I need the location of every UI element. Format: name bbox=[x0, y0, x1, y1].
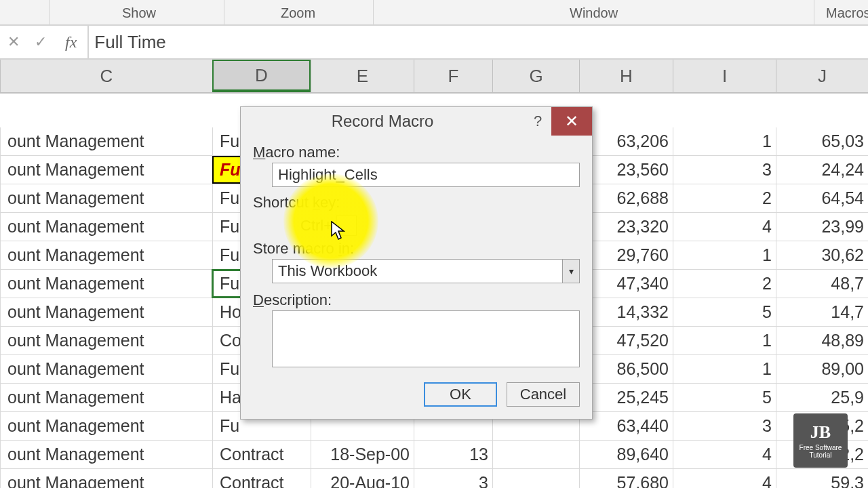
ribbon-label-macros: Macros bbox=[826, 5, 868, 21]
cell[interactable] bbox=[492, 469, 579, 488]
cell[interactable]: 3 bbox=[673, 156, 776, 184]
description-label: Description: bbox=[253, 291, 580, 309]
cell[interactable]: 29,760 bbox=[579, 241, 673, 269]
cell[interactable]: ount Management bbox=[0, 298, 212, 326]
cell[interactable]: 47,520 bbox=[579, 327, 673, 354]
cell[interactable]: 63,440 bbox=[579, 412, 673, 440]
dialog-titlebar: Record Macro ? ✕ bbox=[241, 107, 592, 136]
macro-name-label: Macro name: bbox=[253, 144, 580, 161]
column-header-i[interactable]: I bbox=[673, 60, 776, 92]
cell[interactable]: 25,9 bbox=[776, 384, 868, 411]
description-input[interactable] bbox=[272, 310, 580, 367]
cell[interactable]: ount Management bbox=[0, 355, 212, 383]
cell[interactable]: 89,00 bbox=[776, 355, 868, 383]
cell[interactable]: Contract bbox=[212, 469, 311, 488]
ribbon-label-show: Show bbox=[122, 5, 156, 21]
column-header-d[interactable]: D bbox=[212, 60, 311, 92]
cell[interactable]: 5 bbox=[673, 384, 776, 411]
cell[interactable]: 65,03 bbox=[776, 127, 868, 155]
formula-content[interactable]: Full Time bbox=[87, 26, 868, 58]
cell[interactable]: 1 bbox=[673, 241, 776, 269]
cell[interactable]: 89,640 bbox=[579, 441, 673, 468]
macro-name-input[interactable] bbox=[272, 163, 580, 187]
column-headers: CDEFGHIJ bbox=[0, 60, 868, 94]
cell[interactable]: 2 bbox=[673, 184, 776, 212]
cell[interactable]: 2 bbox=[673, 270, 776, 298]
cell[interactable]: 20-Aug-10 bbox=[311, 469, 414, 488]
shortcut-key-label: Shortcut key: bbox=[253, 194, 580, 211]
column-header-e[interactable]: E bbox=[311, 60, 414, 92]
cell[interactable]: 14,332 bbox=[579, 298, 673, 326]
cell[interactable]: 4 bbox=[673, 469, 776, 488]
shortcut-key-input[interactable] bbox=[336, 216, 357, 236]
insert-function-button[interactable]: fx bbox=[54, 33, 87, 52]
cell[interactable]: 30,62 bbox=[776, 241, 868, 269]
cell[interactable]: ount Management bbox=[0, 127, 212, 155]
cell[interactable]: 57,680 bbox=[579, 469, 673, 488]
cell[interactable]: 13 bbox=[414, 441, 492, 468]
cell[interactable]: 23,560 bbox=[579, 156, 673, 184]
formula-cancel-icon[interactable]: ✕ bbox=[0, 33, 27, 51]
cell[interactable]: 64,54 bbox=[776, 184, 868, 212]
cell[interactable]: 1 bbox=[673, 355, 776, 383]
table-row: ount ManagementContract18-Sep-001389,640… bbox=[0, 441, 868, 469]
cell[interactable]: ount Management bbox=[0, 412, 212, 440]
cell[interactable]: 3 bbox=[414, 469, 492, 488]
column-header-g[interactable]: G bbox=[492, 60, 579, 92]
cell[interactable]: 4 bbox=[673, 441, 776, 468]
ok-button[interactable]: OK bbox=[424, 382, 497, 407]
cell[interactable]: 23,320 bbox=[579, 213, 673, 241]
formula-confirm-icon[interactable]: ✓ bbox=[27, 33, 54, 51]
ribbon-group-labels: Show Zoom Window Macros bbox=[0, 0, 868, 24]
help-button[interactable]: ? bbox=[524, 113, 551, 130]
cell[interactable]: ount Management bbox=[0, 384, 212, 411]
cell[interactable]: 1 bbox=[673, 327, 776, 354]
cell[interactable]: ount Management bbox=[0, 213, 212, 241]
cell[interactable]: 24,24 bbox=[776, 156, 868, 184]
ribbon-label-zoom: Zoom bbox=[281, 5, 315, 21]
cell[interactable]: 62,688 bbox=[579, 184, 673, 212]
cell[interactable]: 47,340 bbox=[579, 270, 673, 298]
table-row: ount ManagementContract20-Aug-10357,6804… bbox=[0, 469, 868, 488]
column-header-j[interactable]: J bbox=[776, 60, 868, 92]
record-macro-dialog: Record Macro ? ✕ Macro name: Shortcut ke… bbox=[240, 106, 593, 420]
column-header-h[interactable]: H bbox=[579, 60, 673, 92]
cell[interactable]: 63,206 bbox=[579, 127, 673, 155]
cell[interactable]: 5 bbox=[673, 298, 776, 326]
formula-bar: ✕ ✓ fx Full Time bbox=[0, 24, 868, 60]
cell[interactable]: 59,3 bbox=[776, 469, 868, 488]
store-macro-in-select[interactable]: This Workbook bbox=[272, 259, 580, 283]
cell[interactable]: ount Management bbox=[0, 156, 212, 184]
cell[interactable] bbox=[492, 441, 579, 468]
close-button[interactable]: ✕ bbox=[551, 107, 592, 136]
column-header-f[interactable]: F bbox=[414, 60, 492, 92]
cell[interactable]: 3 bbox=[673, 412, 776, 440]
cell[interactable]: 25,245 bbox=[579, 384, 673, 411]
chevron-down-icon[interactable]: ▾ bbox=[562, 259, 580, 283]
store-macro-in-label: Store macro in: bbox=[253, 240, 580, 258]
cell[interactable]: 86,500 bbox=[579, 355, 673, 383]
cell[interactable]: Contract bbox=[212, 441, 311, 468]
cell[interactable]: ount Management bbox=[0, 469, 212, 488]
cell[interactable]: ount Management bbox=[0, 441, 212, 468]
tutorial-watermark: JB Free Software Tutorial bbox=[793, 413, 848, 468]
ctrl-plus-label: Ctrl+ bbox=[300, 217, 332, 235]
cell[interactable]: 48,89 bbox=[776, 327, 868, 354]
cell[interactable]: 1 bbox=[673, 127, 776, 155]
cell[interactable]: 14,7 bbox=[776, 298, 868, 326]
cancel-button[interactable]: Cancel bbox=[507, 382, 580, 407]
cell[interactable]: 4 bbox=[673, 213, 776, 241]
cell[interactable]: 48,7 bbox=[776, 270, 868, 298]
dialog-title: Record Macro bbox=[241, 112, 524, 131]
cell[interactable]: 18-Sep-00 bbox=[311, 441, 414, 468]
cell[interactable]: 23,99 bbox=[776, 213, 868, 241]
cell[interactable]: ount Management bbox=[0, 327, 212, 354]
column-header-c[interactable]: C bbox=[0, 60, 212, 92]
cell[interactable]: ount Management bbox=[0, 241, 212, 269]
ribbon-label-window: Window bbox=[570, 5, 618, 21]
cell[interactable]: ount Management bbox=[0, 184, 212, 212]
cell[interactable]: ount Management bbox=[0, 270, 212, 298]
